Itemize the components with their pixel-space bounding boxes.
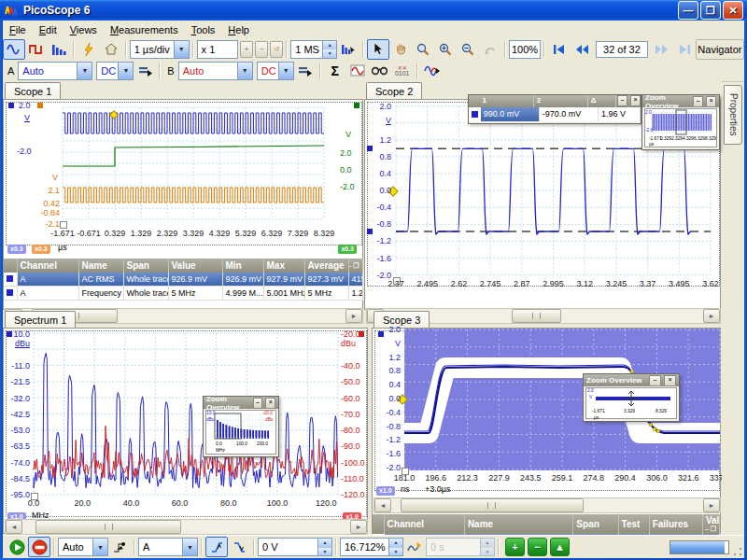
pre-trigger-spinner[interactable]: 16.712% ▲▼	[340, 538, 403, 556]
channel-b-options-button[interactable]	[294, 61, 317, 81]
zoom-overview-window[interactable]: Zoom Overview–×2.0V-1.6713.3298.329µs	[583, 373, 680, 422]
scroll-left-button[interactable]: ◄	[6, 520, 22, 534]
zoom-overview-window[interactable]: Zoom Overview–×2.0-2.0-1.6710.3292.3294.…	[641, 94, 720, 150]
maximize-button[interactable]: ❐	[700, 1, 721, 20]
zoom-plus-button[interactable]: +	[240, 41, 253, 58]
menu-item-file[interactable]: File	[3, 22, 33, 37]
spinner-arrows[interactable]: ▲▼	[388, 539, 402, 555]
axis-drag-handle[interactable]	[60, 221, 67, 229]
tab-scope2[interactable]: Scope 2	[366, 82, 422, 100]
add-view-button[interactable]: +	[505, 538, 525, 556]
resize-grip[interactable]	[733, 547, 742, 556]
table-header[interactable]: Value	[168, 259, 222, 273]
close-icon[interactable]: ×	[664, 375, 676, 386]
trigger-delay-spinner[interactable]: 0 s ▲▼	[426, 538, 495, 556]
ruler-handle[interactable]	[367, 146, 373, 151]
zoom-overview-window[interactable]: Zoom Overview–×10.0dBu-20.0dBu0.0100.020…	[203, 396, 279, 457]
scope-view-button[interactable]	[3, 39, 25, 60]
table-row[interactable]: AAC RMSWhole trace926.9 mV926.9 mV927.9 …	[4, 273, 362, 287]
table-row[interactable]: AFrequencyWhole trace5 MHz4.999 M...5.00…	[4, 287, 362, 301]
remove-view-button[interactable]: −	[528, 538, 547, 556]
window-title-bar[interactable]: Zoom Overview–×	[584, 374, 679, 386]
minimize-icon[interactable]: –	[693, 96, 703, 107]
table-header[interactable]: Val...‒ ❒	[702, 514, 719, 534]
menu-item-tools[interactable]: Tools	[185, 22, 222, 37]
last-buffer-button[interactable]	[673, 39, 696, 60]
home-button[interactable]	[100, 39, 122, 60]
scroll-right-button[interactable]: ►	[703, 498, 720, 512]
title-bar[interactable]: PicoScope 6 — ❐ ✕	[0, 0, 747, 21]
auto-setup-button[interactable]	[78, 39, 100, 60]
menu-item-views[interactable]: Views	[63, 22, 104, 37]
channel-a-marker-icon[interactable]	[8, 103, 14, 108]
zoom-in-tool[interactable]	[434, 39, 457, 60]
channel-a-range-select[interactable]: Auto ▼	[18, 62, 92, 80]
scroll-left-button[interactable]: ◄	[374, 498, 391, 512]
spinner-arrows[interactable]: ▲▼	[480, 539, 494, 555]
scrollbar-thumb[interactable]	[401, 498, 584, 512]
spectrum1-plot[interactable]	[4, 329, 369, 517]
table-window-icons[interactable]: ‒ ❒	[348, 262, 359, 270]
zoom-out-tool[interactable]	[457, 39, 479, 60]
zoom-overview-plot[interactable]	[586, 390, 676, 409]
table-header[interactable]: Channel	[17, 259, 78, 273]
trigger-marker-button[interactable]	[108, 537, 131, 557]
math-channel-marker-icon[interactable]	[354, 103, 359, 108]
timebase-select[interactable]: 1 µs/div ▼	[130, 40, 190, 59]
channel-b-marker-icon[interactable]	[37, 103, 43, 108]
undo-zoom-button[interactable]	[479, 39, 501, 60]
advanced-trigger-button[interactable]	[403, 537, 426, 557]
stop-capture-button[interactable]	[28, 537, 50, 557]
scrollbar-track[interactable]	[391, 498, 703, 512]
persistence-view-button[interactable]	[25, 39, 48, 60]
axis-zoom-badge[interactable]: x0.3	[32, 245, 50, 254]
ruler-handle[interactable]	[367, 229, 373, 234]
table-header[interactable]: ‒ ❒	[348, 259, 362, 273]
previous-buffer-button[interactable]	[571, 39, 593, 60]
table-header[interactable]: Span	[123, 259, 168, 273]
table-window-icons[interactable]: ‒ ❒	[705, 525, 716, 533]
table-header[interactable]: Average	[304, 259, 348, 273]
table-header[interactable]: Failures	[649, 514, 702, 534]
table-header[interactable]: Span	[573, 514, 618, 534]
buffer-position-field[interactable]: 32 of 32	[596, 41, 648, 58]
minimize-icon[interactable]: –	[253, 398, 263, 409]
scrollbar-thumb[interactable]	[35, 520, 181, 534]
trigger-source-select[interactable]: A ▼	[138, 538, 198, 556]
channel-b-coupling-select[interactable]: DC ▼	[257, 62, 294, 80]
marquee-zoom-tool[interactable]	[412, 39, 434, 60]
close-icon[interactable]: ×	[706, 96, 716, 107]
close-icon[interactable]: ×	[630, 95, 641, 106]
table-header[interactable]: Test	[618, 514, 649, 534]
axis-zoom-badge[interactable]: x0.3	[338, 245, 357, 254]
window-title-bar[interactable]: Zoom Overview–×	[204, 397, 278, 409]
ruler-legend-window[interactable]: 12Δ–×990.0 mV-970.0 mV1.96 V	[468, 94, 641, 124]
spinner-arrows[interactable]: ▲▼	[317, 539, 331, 555]
normal-selection-tool[interactable]	[367, 39, 389, 60]
zoom-percent-field[interactable]: 100%	[509, 40, 542, 59]
measurements-button[interactable]	[337, 39, 359, 60]
zoom-overview-plot[interactable]	[645, 109, 716, 135]
serial-decoding-button[interactable]	[369, 61, 391, 81]
axis-zoom-badge[interactable]: x1.0	[376, 486, 395, 496]
table-header[interactable]: Name	[464, 514, 572, 534]
channel-a-options-button[interactable]	[134, 61, 156, 81]
scroll-right-button[interactable]: ►	[350, 520, 367, 534]
table-header[interactable]: Max	[263, 259, 304, 273]
start-capture-button[interactable]	[6, 537, 28, 557]
hand-tool[interactable]	[389, 39, 412, 60]
navigator-button[interactable]: Navigator	[696, 39, 744, 60]
table-header[interactable]: Name	[78, 259, 123, 273]
table-header[interactable]: Min	[222, 259, 263, 273]
digital-inputs-button[interactable]: ✕✕ 0101	[391, 61, 414, 81]
expand-view-button[interactable]: ▲	[550, 538, 570, 556]
tab-scope1[interactable]: Scope 1	[5, 82, 61, 100]
horizontal-scrollbar[interactable]: ◄►	[5, 519, 368, 535]
falling-edge-button[interactable]	[228, 537, 250, 557]
menu-item-help[interactable]: Help	[221, 22, 256, 37]
trigger-level-spinner[interactable]: 0 V ▲▼	[258, 538, 332, 556]
math-channels-button[interactable]: Σ	[324, 61, 346, 81]
zoom-minus-button[interactable]: −	[255, 41, 268, 58]
table-header[interactable]: Channel	[384, 514, 464, 534]
menu-item-measurements[interactable]: Measurements	[104, 22, 185, 37]
